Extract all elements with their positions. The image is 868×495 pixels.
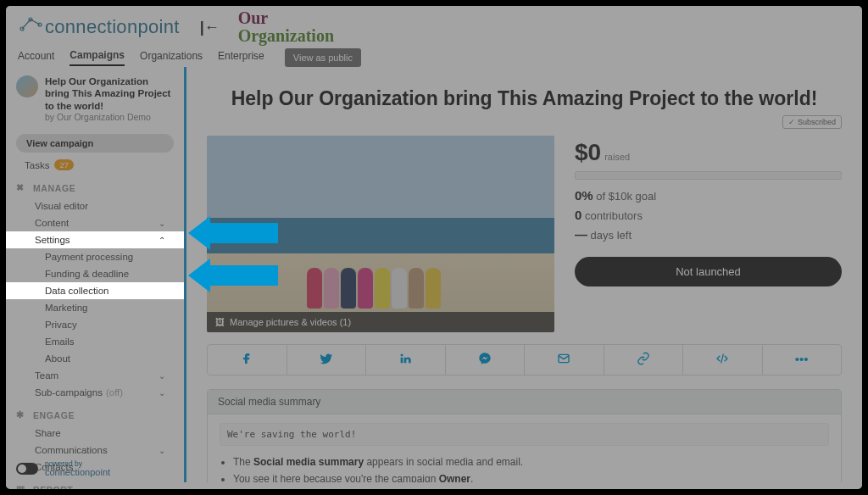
not-launched-button[interactable]: Not launched — [575, 257, 842, 286]
share-link[interactable] — [604, 345, 683, 375]
tab-account[interactable]: Account — [18, 50, 54, 65]
sidebar-item-about[interactable]: About — [6, 350, 184, 367]
sidebar-item-emails[interactable]: Emails — [6, 333, 184, 350]
sidebar-item-privacy[interactable]: Privacy — [6, 316, 184, 333]
view-as-public-button[interactable]: View as public — [285, 48, 361, 67]
share-messenger[interactable] — [445, 345, 525, 375]
contributors-line: 0 contributors — [575, 208, 842, 222]
subscribed-badge[interactable]: Subscribed — [782, 115, 842, 129]
sidebar-item-data-collection[interactable]: Data collection — [6, 282, 184, 299]
sidebar: Help Our Organization bring This Amazing… — [6, 67, 184, 482]
progress-bar — [575, 171, 842, 180]
campaign-title: Help Our Organization bring This Amazing… — [207, 87, 842, 110]
view-campaign-button[interactable]: View campaign — [16, 134, 174, 153]
manage-media-button[interactable]: 🖼 Manage pictures & videos (1) — [207, 312, 554, 332]
logo[interactable]: connectionpoint — [18, 16, 180, 38]
project-title: Help Our Organization bring This Amazing… — [45, 75, 174, 112]
sidebar-item-share[interactable]: Share — [6, 425, 184, 442]
tab-campaigns[interactable]: Campaigns — [70, 49, 125, 66]
powered-by: powered by connectionpoint — [16, 460, 110, 478]
chevron-down-icon: ⌄ — [159, 371, 165, 381]
sidebar-item-content[interactable]: Content⌄ — [6, 214, 184, 231]
organization-title: Our Organization — [238, 9, 334, 45]
sidebar-section-report: ▥ REPORT — [6, 476, 184, 495]
sidebar-item-communications[interactable]: Communications⌄ — [6, 442, 184, 459]
summary-code[interactable]: We're saving the world! — [220, 423, 829, 446]
sidebar-item-settings[interactable]: Settings⌃ — [6, 231, 184, 248]
share-facebook[interactable] — [208, 345, 287, 375]
days-left-line: — days left — [575, 227, 842, 242]
raised-amount: $0 — [575, 139, 601, 165]
chevron-down-icon: ⌄ — [159, 388, 165, 398]
sidebar-item-funding[interactable]: Funding & deadline — [6, 265, 184, 282]
sidebar-item-team[interactable]: Team⌄ — [6, 367, 184, 384]
annotation-arrow-settings — [188, 216, 278, 250]
tasks-count-badge: 27 — [54, 159, 74, 170]
sidebar-item-subcampaigns[interactable]: Sub-campaigns (off) ⌄ — [6, 384, 184, 401]
summary-heading: Social media summary — [208, 390, 841, 414]
goal-line: 0% of $10k goal — [575, 188, 842, 203]
project-thumbnail[interactable] — [16, 75, 38, 97]
project-byline: by Our Organization Demo — [45, 112, 174, 122]
sidebar-item-marketing[interactable]: Marketing — [6, 299, 184, 316]
share-bar: ••• — [207, 344, 842, 375]
chart-icon: ▥ — [16, 484, 28, 495]
share-linkedin[interactable] — [365, 345, 445, 375]
logo-graph-icon — [18, 16, 43, 33]
theme-toggle[interactable] — [16, 463, 38, 475]
chevron-down-icon: ⌄ — [159, 446, 165, 455]
annotation-arrow-data-collection — [188, 259, 278, 292]
sidebar-item-payment[interactable]: Payment processing — [6, 248, 184, 265]
summary-bullet-1: The Social media summary appears in soci… — [233, 454, 829, 470]
sidebar-item-tasks[interactable]: Tasks 27 — [6, 156, 184, 174]
sidebar-section-manage: ✖ MANAGE — [6, 174, 184, 197]
share-email[interactable] — [524, 345, 604, 375]
main-content: Help Our Organization bring This Amazing… — [186, 67, 862, 482]
share-embed[interactable] — [682, 345, 762, 375]
logo-text: connectionpoint — [45, 16, 180, 38]
summary-bullet-2: You see it here because you're the campa… — [233, 471, 829, 482]
sidebar-section-engage: ✱ ENGAGE — [6, 401, 184, 425]
image-icon: 🖼 — [215, 317, 225, 327]
chevron-up-icon: ⌃ — [159, 236, 165, 245]
chevron-down-icon: ⌄ — [159, 219, 165, 228]
social-summary-box: Social media summary We're saving the wo… — [207, 389, 842, 482]
collapse-sidebar-icon[interactable]: |← — [200, 19, 220, 36]
sidebar-item-visual-editor[interactable]: Visual editor — [6, 197, 184, 214]
share-more[interactable]: ••• — [762, 345, 842, 375]
tools-icon: ✖ — [16, 182, 28, 194]
share-twitter[interactable] — [287, 345, 366, 375]
tab-enterprise[interactable]: Enterprise — [218, 50, 264, 65]
share-icon: ✱ — [16, 409, 28, 421]
tab-organizations[interactable]: Organizations — [140, 50, 203, 65]
